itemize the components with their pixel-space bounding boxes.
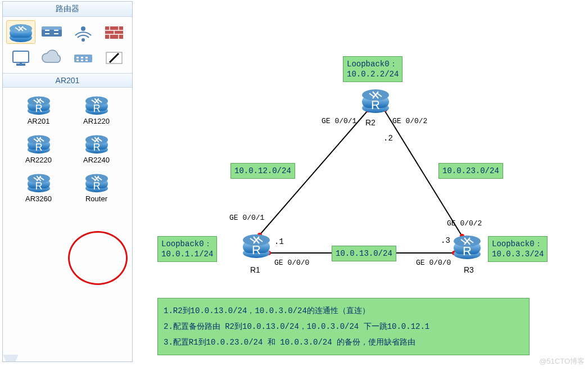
device-item-router[interactable]: R Router bbox=[71, 171, 122, 203]
svg-rect-13 bbox=[81, 57, 83, 58]
svg-text:R: R bbox=[35, 142, 42, 153]
device-item-ar3260[interactable]: R AR3260 bbox=[13, 171, 64, 203]
svg-text:R: R bbox=[252, 243, 261, 257]
link-category-icon[interactable] bbox=[100, 46, 129, 70]
svg-text:R: R bbox=[93, 103, 100, 114]
note-line-3: 3.配置R1到10.0.23.0/24 和 10.0.3.0/24 的备份，使用… bbox=[164, 334, 523, 350]
svg-rect-10 bbox=[20, 62, 22, 65]
r2-loopback-box: Loopback0： 10.0.2.2/24 bbox=[343, 56, 402, 82]
hub-category-icon[interactable] bbox=[69, 46, 98, 70]
pc-category-icon[interactable] bbox=[6, 46, 35, 70]
svg-rect-17 bbox=[85, 60, 88, 61]
r2-hop: .2 bbox=[383, 134, 393, 143]
svg-rect-14 bbox=[85, 57, 88, 58]
svg-rect-4 bbox=[42, 26, 62, 30]
svg-rect-15 bbox=[76, 60, 79, 61]
device-label: AR3260 bbox=[25, 194, 52, 203]
r1-ge001-port: GE 0/0/1 bbox=[229, 214, 264, 222]
router-r2[interactable]: R bbox=[361, 85, 390, 115]
r3-ge000-port: GE 0/0/0 bbox=[416, 259, 451, 267]
device-item-ar201[interactable]: R AR201 bbox=[13, 93, 64, 125]
sidebar-title: 路由器 bbox=[3, 2, 132, 17]
sidebar-tab-handle[interactable] bbox=[3, 355, 19, 361]
svg-text:R: R bbox=[93, 180, 100, 192]
device-label: AR1220 bbox=[83, 117, 110, 125]
router-r2-label: R2 bbox=[365, 118, 376, 127]
svg-text:R: R bbox=[35, 180, 42, 192]
wlan-category-icon[interactable] bbox=[69, 20, 98, 44]
device-item-ar2220[interactable]: R AR2220 bbox=[13, 132, 64, 164]
router-r1-label: R1 bbox=[250, 265, 260, 274]
selected-device-header: AR201 bbox=[3, 74, 132, 88]
device-list-grid: R AR201 R AR1220 R AR2220 R AR2240 R AR3… bbox=[3, 88, 132, 209]
watermark-text: @51CTO博客 bbox=[539, 356, 585, 367]
highlight-circle-icon bbox=[68, 231, 128, 285]
device-item-ar2240[interactable]: R AR2240 bbox=[71, 132, 122, 164]
r1-loopback-box: Loopback0： 10.0.1.1/24 bbox=[157, 236, 217, 262]
task-notes-box: 1.R2到10.0.13.0/24，10.0.3.0/24的连通性（直连） 2.… bbox=[157, 298, 530, 355]
firewall-category-icon[interactable] bbox=[100, 20, 129, 44]
r1-ge000-port: GE 0/0/0 bbox=[274, 259, 309, 267]
svg-rect-16 bbox=[81, 60, 83, 61]
device-label: AR2240 bbox=[83, 156, 110, 164]
r2-ge002-port: GE 0/0/2 bbox=[392, 117, 427, 125]
router-r3-label: R3 bbox=[464, 265, 474, 274]
device-item-ar1220[interactable]: R AR1220 bbox=[71, 93, 122, 125]
svg-rect-3 bbox=[42, 29, 62, 37]
r3-hop: .3 bbox=[441, 236, 450, 245]
r2-ge001-port: GE 0/0/1 bbox=[322, 117, 356, 125]
router-r1[interactable]: R bbox=[242, 230, 271, 260]
device-label: AR201 bbox=[28, 117, 50, 125]
device-label: Router bbox=[85, 194, 107, 203]
note-line-1: 1.R2到10.0.13.0/24，10.0.3.0/24的连通性（直连） bbox=[164, 303, 523, 319]
r1r3-subnet-box: 10.0.13.0/24 bbox=[332, 246, 396, 261]
svg-text:R: R bbox=[463, 244, 472, 258]
cloud-category-icon[interactable] bbox=[38, 46, 67, 70]
router-category-icon[interactable] bbox=[6, 20, 35, 44]
r1r2-subnet-box: 10.0.12.0/24 bbox=[230, 163, 295, 179]
router-r3[interactable]: R bbox=[453, 232, 482, 261]
note-line-2: 2.配置备份路由 R2到10.0.13.0/24，10.0.3.0/24 下一跳… bbox=[164, 319, 523, 334]
svg-text:R: R bbox=[93, 142, 100, 153]
svg-text:R: R bbox=[35, 103, 42, 114]
svg-rect-8 bbox=[13, 51, 29, 62]
device-palette-sidebar: 路由器 AR201 R AR201 R bbox=[2, 1, 133, 362]
topology-canvas[interactable]: R R2 Loopback0： 10.0.2.2/24 R R1 Loopbac… bbox=[141, 0, 588, 371]
r3-ge002-port: GE 0/0/2 bbox=[447, 219, 482, 228]
svg-point-5 bbox=[82, 39, 84, 41]
r3-loopback-box: Loopback0： 10.0.3.3/24 bbox=[488, 236, 548, 262]
category-icon-grid bbox=[3, 17, 132, 74]
device-label: AR2220 bbox=[25, 156, 52, 164]
svg-point-6 bbox=[81, 26, 85, 31]
r1-hop: .1 bbox=[274, 237, 284, 246]
r2r3-subnet-box: 10.0.23.0/24 bbox=[438, 163, 503, 179]
svg-rect-12 bbox=[76, 57, 79, 58]
switch-category-icon[interactable] bbox=[38, 20, 67, 44]
svg-text:R: R bbox=[371, 98, 380, 112]
